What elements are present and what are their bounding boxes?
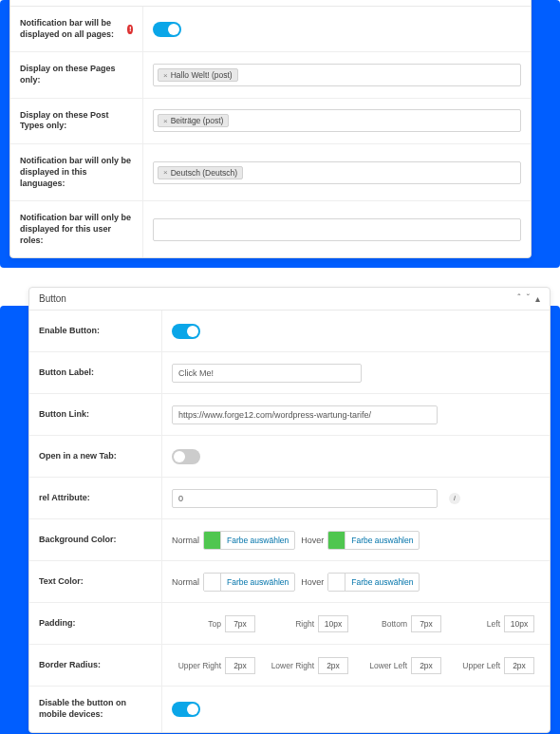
bg-hover-picker[interactable]: Farbe auswählen <box>327 531 420 550</box>
row-disable-mobile: Disable the button on mobile devices: <box>29 687 550 731</box>
row-pages-only: Display on these Pages only: × Hallo Wel… <box>10 52 531 98</box>
text-hover-picker[interactable]: Farbe auswählen <box>327 573 420 592</box>
visibility-frame: Visibility ˆ ˇ ▴ Notification bar will b… <box>0 0 560 268</box>
input-padding-left[interactable] <box>504 615 534 632</box>
info-icon[interactable]: i <box>449 493 460 504</box>
label-languages: Notification bar will only be displayed … <box>10 144 143 200</box>
toggle-disable-mobile[interactable] <box>172 702 200 717</box>
label-bg-color: Background Color: <box>29 519 162 560</box>
toggle-enable-button[interactable] <box>172 324 200 339</box>
toggle-all-pages[interactable] <box>153 22 181 37</box>
row-padding: Padding: Top Right Bottom Left <box>29 603 550 645</box>
warning-icon[interactable]: ! <box>127 25 133 34</box>
label-rel: rel Attribute: <box>29 478 162 518</box>
row-button-link: Button Link: <box>29 394 550 436</box>
tag-remove-icon[interactable]: × <box>163 117 168 125</box>
label-button-link: Button Link: <box>29 394 162 435</box>
tag-post-types[interactable]: × Beiträge (post) <box>158 114 229 127</box>
input-languages[interactable]: × Deutsch (Deutsch) <box>153 161 521 184</box>
row-languages: Notification bar will only be displayed … <box>10 144 531 201</box>
tag-remove-icon[interactable]: × <box>163 168 168 177</box>
color-swatch-icon <box>328 532 345 549</box>
visibility-panel: Visibility ˆ ˇ ▴ Notification bar will b… <box>9 0 532 258</box>
label-button-label: Button Label: <box>29 352 162 393</box>
tag-pages-only[interactable]: × Hallo Welt! (post) <box>158 68 238 82</box>
bg-normal-picker[interactable]: Farbe auswählen <box>203 531 295 550</box>
collapse-down-icon[interactable]: ˇ <box>527 294 530 304</box>
bg-hover-label: Hover <box>301 536 324 545</box>
row-bg-color: Background Color: Normal Farbe auswählen… <box>29 519 550 561</box>
input-radius-lr[interactable] <box>318 657 348 674</box>
input-padding-right[interactable] <box>318 615 348 632</box>
row-post-types: Display on these Post Types only: × Beit… <box>10 99 531 144</box>
row-text-color: Text Color: Normal Farbe auswählen Hover… <box>29 561 550 603</box>
label-roles: Notification bar will only be displayed … <box>10 201 143 257</box>
color-swatch-icon <box>204 574 221 591</box>
label-text-color: Text Color: <box>29 561 162 602</box>
label-enable-button: Enable Button: <box>29 311 162 351</box>
input-button-label[interactable] <box>172 364 362 383</box>
input-radius-ll[interactable] <box>411 657 441 674</box>
label-new-tab: Open in a new Tab: <box>29 436 162 477</box>
text-normal-picker[interactable]: Farbe auswählen <box>203 573 295 592</box>
panel-title: Button <box>39 293 66 304</box>
input-radius-ul[interactable] <box>504 657 534 674</box>
color-swatch-icon <box>204 532 221 549</box>
input-radius-ur[interactable] <box>225 657 255 674</box>
panel-header: Visibility ˆ ˇ ▴ <box>10 0 531 7</box>
row-enable-button: Enable Button: <box>29 311 550 352</box>
input-post-types[interactable]: × Beiträge (post) <box>153 109 521 132</box>
drag-icon[interactable]: ▴ <box>535 294 540 304</box>
row-all-pages: Notification bar will be displayed on al… <box>10 7 531 52</box>
input-padding-bottom[interactable] <box>411 615 441 632</box>
text-normal-label: Normal <box>172 577 199 587</box>
row-new-tab: Open in a new Tab: <box>29 436 550 478</box>
label-padding: Padding: <box>29 603 162 644</box>
bg-normal-label: Normal <box>172 536 199 545</box>
input-button-link[interactable] <box>172 405 438 424</box>
label-all-pages: Notification bar will be displayed on al… <box>10 7 143 51</box>
button-panel: Button ˆ ˇ ▴ Enable Button: Button Label… <box>28 287 551 732</box>
row-roles: Notification bar will only be displayed … <box>10 201 531 257</box>
input-pages-only[interactable]: × Hallo Welt! (post) <box>153 64 521 86</box>
tag-languages[interactable]: × Deutsch (Deutsch) <box>158 166 243 179</box>
label-radius: Border Radius: <box>29 645 162 686</box>
toggle-new-tab[interactable] <box>172 449 200 464</box>
input-roles[interactable] <box>153 218 521 241</box>
panel-header-controls: ˆ ˇ ▴ <box>517 294 540 304</box>
label-disable-mobile: Disable the button on mobile devices: <box>29 687 162 731</box>
button-frame: Button ˆ ˇ ▴ Enable Button: Button Label… <box>0 306 560 734</box>
row-radius: Border Radius: Upper Right Lower Right L… <box>29 645 550 687</box>
text-hover-label: Hover <box>301 577 324 587</box>
color-swatch-icon <box>328 574 345 591</box>
label-pages-only: Display on these Pages only: <box>10 52 143 97</box>
tag-remove-icon[interactable]: × <box>163 71 168 80</box>
row-rel: rel Attribute: i <box>29 478 550 519</box>
input-padding-top[interactable] <box>225 615 255 632</box>
input-rel[interactable] <box>172 489 438 508</box>
panel-header: Button ˆ ˇ ▴ <box>29 288 550 311</box>
label-post-types: Display on these Post Types only: <box>10 99 143 143</box>
collapse-up-icon[interactable]: ˆ <box>517 294 520 304</box>
row-button-label: Button Label: <box>29 352 550 394</box>
